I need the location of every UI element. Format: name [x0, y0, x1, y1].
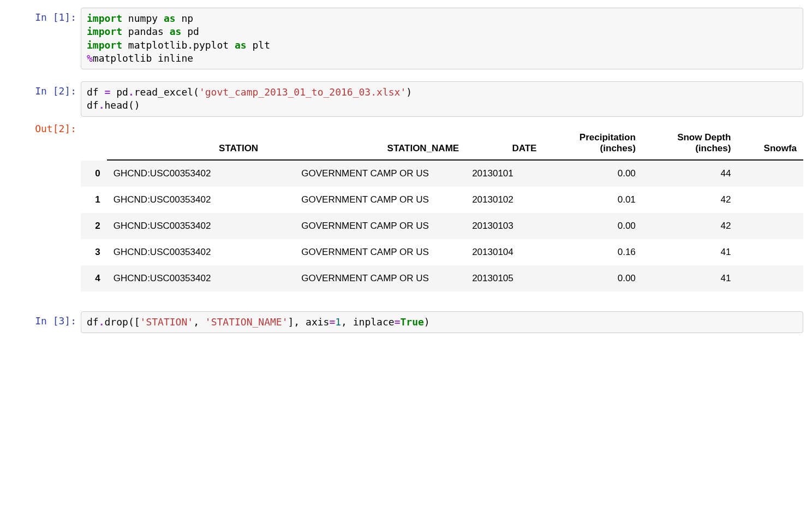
table-header-row: STATION STATION_NAME DATE Precipitation …	[81, 127, 803, 160]
table-row: 2GHCND:USC00353402GOVERNMENT CAMP OR US2…	[81, 213, 803, 239]
table-row: 3GHCND:USC00353402GOVERNMENT CAMP OR US2…	[81, 239, 803, 265]
dataframe-output: STATION STATION_NAME DATE Precipitation …	[81, 119, 812, 292]
col-snow-depth: Snow Depth (inches)	[642, 127, 738, 160]
code-cell-1: In [1]: import numpy as np import pandas…	[0, 8, 812, 69]
table-row: 0GHCND:USC00353402GOVERNMENT CAMP OR US2…	[81, 160, 803, 187]
col-station-name: STATION_NAME	[265, 127, 465, 160]
code-cell-3: In [3]: df.drop(['STATION', 'STATION_NAM…	[0, 311, 812, 333]
code-input-1[interactable]: import numpy as np import pandas as pd i…	[81, 8, 803, 69]
col-station: STATION	[107, 127, 265, 160]
table-row: 4GHCND:USC00353402GOVERNMENT CAMP OR US2…	[81, 265, 803, 292]
output-cell-2: Out[2]: STATION STATION_NAME DATE Precip…	[0, 119, 812, 292]
code-input-2[interactable]: df = pd.read_excel('govt_camp_2013_01_to…	[81, 81, 803, 117]
code-cell-2: In [2]: df = pd.read_excel('govt_camp_20…	[0, 81, 812, 117]
table-row: 1GHCND:USC00353402GOVERNMENT CAMP OR US2…	[81, 187, 803, 213]
code-input-3[interactable]: df.drop(['STATION', 'STATION_NAME'], axi…	[81, 311, 803, 333]
col-index	[81, 127, 107, 160]
col-snowfall: Snowfa	[737, 127, 803, 160]
dataframe-table: STATION STATION_NAME DATE Precipitation …	[81, 127, 803, 292]
input-prompt-1: In [1]:	[0, 8, 81, 27]
col-date: DATE	[465, 127, 543, 160]
input-prompt-2: In [2]:	[0, 81, 81, 101]
output-prompt-2: Out[2]:	[0, 119, 81, 139]
col-precip: Precipitation (inches)	[543, 127, 642, 160]
input-prompt-3: In [3]:	[0, 311, 81, 331]
